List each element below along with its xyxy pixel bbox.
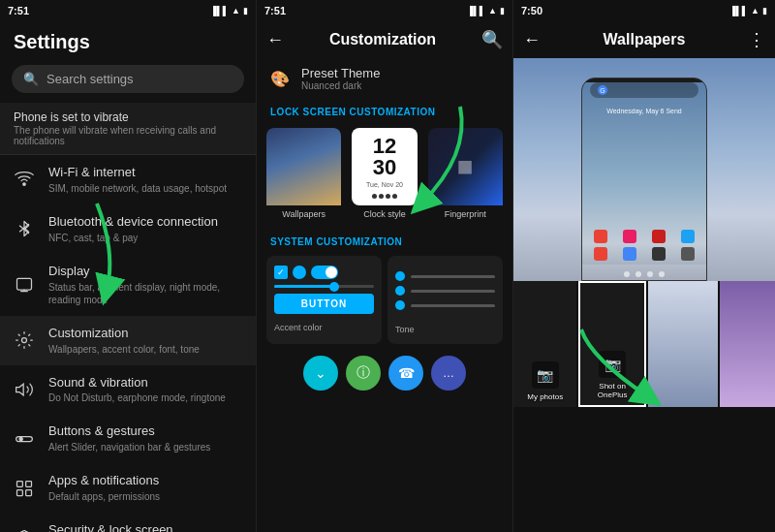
customization-topbar: ← Customization 🔍: [257, 21, 512, 58]
app-icon-8: [681, 247, 695, 261]
time-3: 7:50: [521, 5, 542, 16]
toggle-switch-icon[interactable]: [311, 266, 338, 279]
clock-style-thumb[interactable]: 1230 Tue, Nov 20 Clock style: [347, 128, 421, 223]
fingerprint-preview: ■: [428, 128, 503, 205]
settings-item-buttons[interactable]: Buttons & gestures Alert Slider, navigat…: [0, 414, 256, 463]
customization-icon: [14, 329, 35, 351]
search-bar[interactable]: 🔍 Search settings: [12, 65, 244, 93]
settings-item-display[interactable]: Display Status bar, ambient display, nig…: [0, 254, 256, 316]
system-cust-grid: BUTTON Accent color Tone: [257, 252, 512, 348]
svg-rect-6: [26, 481, 32, 486]
wallpapers-panel: 7:50 ▐▌▌ ▲ ▮ ← Wallpapers ⋮ G Wednesday,…: [513, 0, 775, 532]
status-icons-1: ▐▌▌ ▲ ▮: [210, 6, 248, 16]
tone-row-1: [395, 271, 495, 281]
dot-3: [386, 194, 390, 199]
back-icon[interactable]: ←: [266, 30, 284, 50]
button-preview[interactable]: BUTTON: [274, 294, 374, 314]
clock-style-label: Clock style: [361, 205, 408, 223]
wp-thumb-cloud[interactable]: [648, 281, 718, 407]
customization-title: Customization: [329, 31, 436, 48]
my-photos-label: My photos: [527, 392, 563, 401]
buttons-item-text: Buttons & gestures Alert Slider, navigat…: [48, 423, 242, 454]
bottom-icon-4[interactable]: …: [431, 356, 466, 391]
app-icon-4: [681, 230, 695, 243]
radio-btn-icon[interactable]: [293, 266, 306, 279]
status-bar-2: 7:51 ▐▌▌ ▲ ▮: [257, 0, 512, 21]
bt-item-text: Bluetooth & device connection NFC, cast,…: [48, 214, 242, 244]
oneplus-label: Shot onOnePlus: [598, 382, 628, 399]
phone-date: Wednesday, May 6 Send: [582, 102, 706, 116]
bottom-icons-row: ⌄ ⓘ ☎ …: [257, 348, 512, 398]
settings-item-bluetooth[interactable]: Bluetooth & device connection NFC, cast,…: [0, 204, 256, 254]
preset-theme-row[interactable]: 🎨 Preset Theme Nuanced dark: [257, 58, 512, 99]
tone-row-3: [395, 300, 495, 310]
vibrate-title: Phone is set to vibrate: [14, 110, 242, 124]
tone-label: Tone: [395, 325, 495, 334]
dock-dot-3: [647, 271, 653, 277]
wp-thumb-purple[interactable]: [720, 281, 775, 407]
phone-bottom-icon: ☎: [398, 365, 415, 381]
tone-row-2: [395, 286, 495, 296]
time-1: 7:51: [8, 5, 29, 16]
clock-date: Tue, Nov 20: [366, 181, 403, 188]
dot-2: [379, 194, 384, 199]
tone-line-1: [411, 275, 495, 278]
settings-item-customization[interactable]: Customization Wallpapers, accent color, …: [0, 316, 256, 365]
security-icon: [14, 527, 35, 532]
tone-card: Tone: [388, 256, 503, 344]
preset-theme-label: Preset Theme: [301, 66, 380, 80]
fingerprint-thumb[interactable]: ■ Fingerprint: [428, 128, 503, 223]
settings-list: Wi-Fi & internet SIM, mobile network, da…: [0, 155, 256, 532]
tone-dot-1: [395, 271, 405, 281]
svg-point-2: [22, 338, 27, 343]
apps-title: Apps & notifications: [48, 473, 242, 489]
dock-dot-2: [636, 271, 641, 277]
slider-thumb: [329, 282, 339, 292]
back-icon-3[interactable]: ←: [523, 30, 541, 50]
bt-title: Bluetooth & device connection: [48, 214, 242, 231]
wifi-icon-2: ▲: [488, 6, 497, 16]
oneplus-icon: 📷: [599, 351, 626, 378]
settings-item-security[interactable]: Security & lock screen Fingerprint, Face…: [0, 513, 256, 532]
wallpapers-topbar: ← Wallpapers ⋮: [513, 21, 775, 58]
settings-item-apps[interactable]: Apps & notifications Default apps, permi…: [0, 463, 256, 513]
fingerprint-icon: ■: [457, 151, 474, 182]
wp-thumb-dark[interactable]: 📷 My photos: [513, 281, 576, 407]
bottom-icon-2[interactable]: ⓘ: [346, 356, 381, 391]
signal-icon-3: ▐▌▌: [729, 6, 748, 16]
checkbox-icon[interactable]: [274, 266, 288, 279]
wifi-icon-s: ▲: [232, 6, 240, 16]
dot-1: [372, 194, 377, 199]
accent-color-card: BUTTON Accent color: [266, 256, 382, 344]
wallpaper-thumb-row: 📷 My photos 📷 Shot onOnePlus: [513, 281, 775, 407]
sound-icon: [14, 379, 35, 400]
apps-icon: [14, 478, 35, 499]
svg-rect-7: [17, 489, 23, 495]
settings-item-wifi[interactable]: Wi-Fi & internet SIM, mobile network, da…: [0, 155, 256, 204]
slider-track[interactable]: [274, 285, 374, 288]
clock-dots: [372, 194, 397, 199]
wp-thumb-oneplus[interactable]: 📷 Shot onOnePlus: [578, 281, 645, 407]
signal-icon: ▐▌▌: [210, 6, 229, 16]
battery-icon: ▮: [243, 6, 248, 16]
tone-line-3: [411, 304, 495, 307]
battery-icon-2: ▮: [500, 6, 505, 16]
bottom-icon-1[interactable]: ⌄: [303, 356, 338, 391]
bottom-icon-3[interactable]: ☎: [388, 356, 423, 391]
customization-sub: Wallpapers, accent color, font, tone: [48, 343, 242, 356]
search-icon-2[interactable]: 🔍: [481, 29, 503, 50]
display-sub: Status bar, ambient display, night mode,…: [48, 281, 242, 306]
display-icon: [14, 274, 35, 296]
status-bar-3: 7:50 ▐▌▌ ▲ ▮: [513, 0, 775, 21]
status-bar-1: 7:51 ▐▌▌ ▲ ▮: [0, 0, 256, 21]
settings-item-sound[interactable]: Sound & vibration Do Not Disturb, earpho…: [0, 365, 256, 415]
my-photos-icon: 📷: [532, 361, 559, 389]
lock-screen-section-label: LOCK SCREEN CUSTOMIZATION: [257, 99, 512, 122]
more-icon-3[interactable]: ⋮: [748, 29, 765, 50]
svg-point-0: [23, 183, 26, 186]
app-icon-1: [594, 230, 607, 243]
svg-rect-1: [17, 278, 32, 290]
wallpapers-thumb[interactable]: Wallpapers: [266, 128, 341, 223]
wifi-sub: SIM, mobile network, data usage, hotspot: [48, 182, 242, 195]
customization-title: Customization: [48, 326, 242, 342]
